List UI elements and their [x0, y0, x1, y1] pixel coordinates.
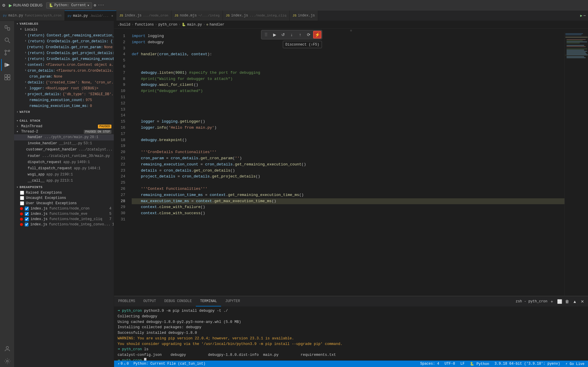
breakpoint-index-js-eve[interactable]: index.js functions/node_eve 5: [14, 211, 114, 217]
svg-rect-24: [567, 46, 586, 47]
tab-index-js-node[interactable]: JS index.js .../node_cron: [116, 11, 172, 21]
var-item[interactable]: cron_param: None: [14, 74, 114, 80]
callstack-section-header[interactable]: ▾ CALL STACK: [14, 118, 114, 124]
code-content[interactable]: import logging import debugpy def handle…: [129, 33, 564, 296]
tab-main-py-pyth[interactable]: py main.py functions/pyth_cron: [0, 11, 65, 21]
callstack-frame[interactable]: dispatch_request app.py 1469:1: [14, 159, 114, 165]
var-item[interactable]: › (return) CronDetails.get_cron_details:…: [14, 38, 114, 44]
debug-step-over-button[interactable]: ↺: [279, 31, 287, 38]
activity-search[interactable]: [1, 34, 13, 46]
var-item[interactable]: remaining_execution_time_ms: 0: [14, 103, 114, 109]
var-item[interactable]: › context: <flavours.cron.Context object…: [14, 62, 114, 68]
activity-settings[interactable]: [1, 355, 13, 367]
var-item[interactable]: › cron_details: <flavours.cron.CronDetai…: [14, 68, 114, 74]
debug-disconnect-button[interactable]: ⚡: [313, 31, 321, 38]
code-line: [132, 64, 564, 70]
status-language[interactable]: 🐍 Python: [469, 362, 490, 366]
run-debug-button[interactable]: ▶ RUN AND DEBUG: [7, 2, 44, 8]
uncaught-exceptions-checkbox[interactable]: [20, 196, 24, 200]
breakpoint-index-js-convo[interactable]: index.js functions/node_integ_convo... 1…: [14, 222, 114, 227]
breadcrumb-handler[interactable]: handler: [210, 23, 224, 27]
status-python-version[interactable]: 3.9.18 64-bit ('3.9.18': pyenv): [493, 362, 561, 366]
callstack-frame[interactable]: handler .../pyth_cron/main.py 28:1: [14, 134, 114, 140]
svg-rect-31: [567, 54, 588, 55]
debug-step-into-button[interactable]: ↓: [288, 31, 296, 38]
callstack-thread-main[interactable]: › MainThread PAUSED: [14, 124, 114, 129]
panel-tab-debug-console[interactable]: DEBUG CONSOLE: [160, 296, 196, 306]
tab-index-js-last[interactable]: JS index.js: [290, 11, 318, 21]
close-panel-button[interactable]: ✕: [579, 298, 586, 305]
frame-name: router: [28, 153, 40, 159]
split-terminal-button[interactable]: ⬜: [556, 298, 563, 305]
var-item[interactable]: remaining_execution_count: 975: [14, 97, 114, 103]
callstack-frame[interactable]: invoke_handler __init__.py 53:1: [14, 140, 114, 147]
breakpoint-raised-exceptions[interactable]: Raised Exceptions: [14, 190, 114, 195]
tab-node-mjs[interactable]: JS node.mjs ~/.../integ: [171, 11, 223, 21]
callstack-frame[interactable]: full_dispatch_request app.py 1484:1: [14, 165, 114, 172]
bp-checkbox[interactable]: [25, 207, 29, 211]
tab-label: node.mjs: [180, 14, 197, 18]
activity-account[interactable]: [1, 343, 13, 355]
bp-checkbox[interactable]: [25, 217, 29, 221]
debug-restart-button[interactable]: ⟳: [305, 31, 313, 38]
maximize-panel-button[interactable]: ▲: [572, 298, 578, 305]
panel-tab-problems[interactable]: PROBLEMS: [114, 296, 139, 306]
debug-run-icon[interactable]: ▶: [580, 14, 582, 18]
tab-close-icon[interactable]: ✕: [111, 14, 113, 18]
status-go-live[interactable]: ⚡ Go Live: [564, 362, 586, 366]
var-item[interactable]: › project_details: {'db_type': 'SINGLE_D…: [14, 91, 114, 97]
status-eol[interactable]: LF: [459, 362, 466, 366]
breadcrumb-pyth-cron[interactable]: pyth_cron: [158, 23, 177, 27]
kill-terminal-button[interactable]: 🗑: [564, 298, 570, 305]
variables-section-header[interactable]: ▾ VARIABLES: [14, 21, 114, 27]
tab-index-js-integ[interactable]: JS index.js .../node_integ_cliq: [223, 11, 290, 21]
bp-checkbox[interactable]: [25, 212, 29, 216]
status-remote-item[interactable]: ⚡ 0 ⚠ 0: [116, 362, 130, 366]
var-item[interactable]: (return) CronDetails.get_cron_param: Non…: [14, 44, 114, 50]
debug-step-out-button[interactable]: ↑: [296, 31, 304, 38]
var-item[interactable]: › logger: <RootLogger root (DEBUG)>: [14, 86, 114, 91]
status-encoding[interactable]: UTF-8: [443, 362, 456, 366]
breakpoint-index-js-node[interactable]: index.js functions/node_cron 4: [14, 206, 114, 211]
frame-name: handler: [28, 135, 42, 140]
locals-group[interactable]: ▾ Locals: [14, 27, 114, 33]
breadcrumb-mainpy[interactable]: main.py: [187, 23, 202, 27]
python-config-selector[interactable]: 🐍 Python: Current ▾: [46, 2, 92, 9]
tab-main-py-build[interactable]: py main.py .build/... ✕: [65, 11, 116, 21]
gear-icon[interactable]: ⚙: [94, 3, 96, 8]
status-spaces[interactable]: Spaces: 4: [419, 362, 440, 366]
more-actions-icon[interactable]: ···: [98, 3, 104, 7]
activity-extensions[interactable]: [1, 71, 13, 83]
activity-source-control[interactable]: [1, 47, 13, 58]
breakpoints-section-header[interactable]: ▾ BREAKPOINTS: [14, 184, 114, 190]
tabs-overflow-icon[interactable]: ⋯: [584, 14, 586, 18]
breakpoint-uncaught-exceptions[interactable]: Uncaught Exceptions: [14, 195, 114, 201]
callstack-frame[interactable]: router .../zcatalyst_runtime_39/main.py: [14, 153, 114, 159]
status-python-interpreter[interactable]: Python: Current File (cat_tun_int): [132, 362, 207, 366]
panel-tab-output[interactable]: OUTPUT: [139, 296, 160, 306]
callstack-thread-2[interactable]: ▾ Thread-2 PAUSED ON STEP: [14, 129, 114, 134]
activity-explorer[interactable]: [1, 22, 13, 34]
var-item[interactable]: › (return) CronDetails.get_project_detai…: [14, 50, 114, 56]
debug-continue-button[interactable]: ▶: [270, 31, 279, 38]
breakpoint-user-uncaught[interactable]: User Uncaught Exceptions: [14, 201, 114, 206]
watch-section-header[interactable]: › WATCH: [14, 109, 114, 115]
callstack-frame[interactable]: customer_request_handler .../zcatalyst..…: [14, 147, 114, 153]
breakpoint-index-js-integ[interactable]: index.js functions/node_integ_cliq 7: [14, 217, 114, 222]
panel-tab-terminal[interactable]: TERMINAL: [196, 296, 221, 306]
terminal-content[interactable]: ➜ pyth_cron python3.9 -m pip install deb…: [114, 306, 588, 361]
breadcrumb-build[interactable]: .build: [118, 23, 130, 27]
chevron-down-icon: ▾: [16, 119, 19, 123]
bp-checkbox[interactable]: [25, 222, 29, 227]
callstack-frame[interactable]: wsgi_app app.py 2190:1: [14, 172, 114, 178]
callstack-frame[interactable]: __call__ app.py 2213:1: [14, 178, 114, 184]
var-item[interactable]: › (return) CronDetails.get_remaining_exe…: [14, 56, 114, 62]
panel-tab-jupyter[interactable]: JUPYTER: [221, 296, 244, 306]
breadcrumb-functions[interactable]: functions: [135, 23, 154, 27]
new-terminal-button[interactable]: +: [549, 298, 555, 305]
user-uncaught-exceptions-checkbox[interactable]: [20, 201, 24, 205]
var-item[interactable]: › (return) Context.get_remaining_executi…: [14, 33, 114, 38]
activity-debug[interactable]: [1, 59, 13, 71]
var-item[interactable]: › details: {'created_time': None, 'cron_…: [14, 80, 114, 86]
raised-exceptions-checkbox[interactable]: [20, 191, 24, 195]
